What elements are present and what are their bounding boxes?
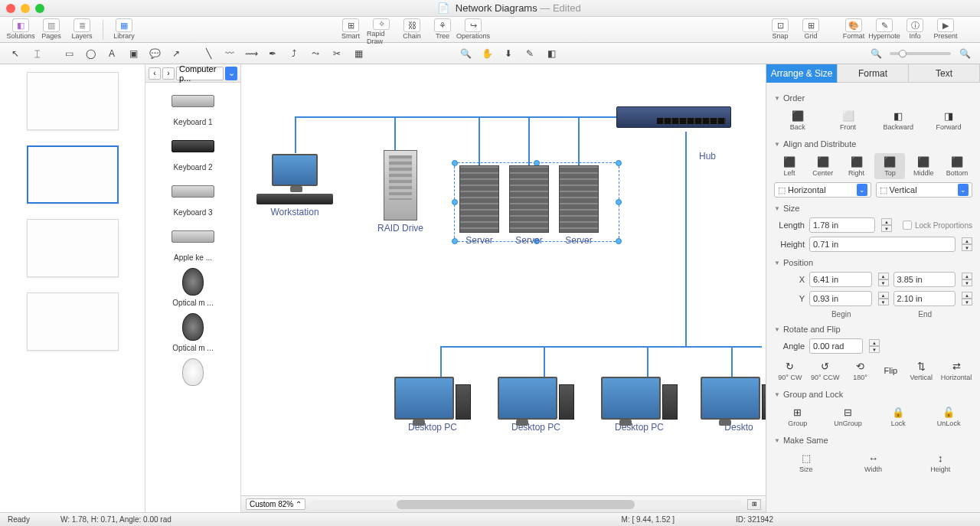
front-button[interactable]: ⬜Front	[825, 107, 872, 133]
desktop-shape-4[interactable]: Deskto	[701, 377, 766, 433]
align-center-button[interactable]: ⬛Center	[808, 153, 838, 179]
width-button[interactable]: ↔Width	[841, 449, 906, 475]
rotate-ccw-button[interactable]: ↺90° CCW	[809, 358, 841, 384]
tool-icon[interactable]: ✋	[478, 46, 496, 61]
library-back-button[interactable]: ‹	[149, 67, 161, 80]
horizontal-scrollbar[interactable]	[310, 500, 743, 509]
library-menu-button[interactable]: ⌄	[225, 67, 237, 80]
page-expand-icon[interactable]: ⊞	[747, 499, 761, 510]
server-shape-1[interactable]: Server	[459, 165, 499, 246]
align-left-button[interactable]: ⬛Left	[774, 153, 805, 179]
tool-icon[interactable]: ↗	[167, 46, 185, 61]
format-button[interactable]: 🎨Format	[839, 18, 868, 41]
desktop-shape-2[interactable]: Desktop PC	[498, 377, 574, 433]
section-align[interactable]: Align and Distribute	[774, 139, 972, 149]
section-position[interactable]: Position	[774, 258, 972, 267]
x-end-field[interactable]: 3.85 in	[893, 272, 956, 287]
page-thumbnail[interactable]	[27, 219, 119, 277]
height-button[interactable]: ↕Height	[908, 449, 972, 475]
section-group[interactable]: Group and Lock	[774, 390, 972, 399]
tool-icon[interactable]: ▭	[60, 46, 78, 61]
smart-button[interactable]: ⊞Smart	[336, 18, 365, 41]
present-button[interactable]: ▶Present	[931, 18, 960, 41]
zoom-in-icon[interactable]: 🔍	[956, 46, 974, 61]
server-shape-2[interactable]: Server	[509, 165, 549, 246]
tool-icon[interactable]: ⬇	[499, 46, 518, 61]
tool-icon[interactable]: ⟿	[242, 46, 260, 61]
section-make-same[interactable]: Make Same	[774, 436, 972, 445]
rotate-180-button[interactable]: ⟲180°	[844, 358, 877, 384]
tool-icon[interactable]: ▣	[124, 46, 142, 61]
tool-icon[interactable]: ╲	[199, 46, 217, 61]
inspector-tab-format[interactable]: Format	[838, 64, 909, 83]
inspector-tab-arrange-size[interactable]: Arrange & Size	[766, 64, 838, 83]
page-thumbnail[interactable]	[27, 72, 119, 130]
library-item[interactable]: Keyboard 1	[145, 87, 240, 126]
library-selector[interactable]: Computer p...	[176, 67, 224, 80]
ungroup-button[interactable]: ⊟UnGroup	[825, 403, 872, 430]
info-button[interactable]: ⓘInfo	[900, 18, 929, 41]
section-size[interactable]: Size	[774, 204, 972, 213]
page-thumbnail[interactable]	[27, 292, 119, 351]
backward-button[interactable]: ◧Backward	[875, 107, 923, 133]
layers-button[interactable]: ≣Layers	[67, 18, 96, 41]
tool-icon[interactable]: ⤳	[306, 46, 325, 61]
size-button[interactable]: ⬚Size	[774, 449, 838, 475]
hypernote-button[interactable]: ✎Hypernote	[870, 18, 899, 41]
workstation-shape[interactable]: Workstation	[256, 154, 333, 217]
section-order[interactable]: Order	[774, 93, 972, 103]
minimize-window-button[interactable]	[21, 4, 30, 13]
tool-icon[interactable]: ✎	[521, 46, 539, 61]
tool-icon[interactable]: ↖	[6, 46, 24, 61]
rotate-cw-button[interactable]: ↻90° CW	[774, 358, 806, 384]
flip-horizontal-button[interactable]: ⇄Horizontal	[940, 358, 972, 384]
library-button[interactable]: ▦Library	[109, 18, 139, 41]
tool-icon[interactable]: ◧	[542, 46, 560, 61]
horizontal-distribute-dropdown[interactable]: ⬚ Horizontal⌄	[774, 182, 871, 198]
operations-button[interactable]: ↪Operations	[459, 18, 488, 41]
page-thumbnail[interactable]	[27, 145, 119, 204]
solutions-button[interactable]: ◧Solutions	[6, 18, 35, 41]
snap-button[interactable]: ⊡Snap	[766, 18, 795, 41]
x-begin-field[interactable]: 6.41 in	[809, 272, 872, 287]
align-top-button[interactable]: ⬛Top	[874, 153, 905, 179]
rapid draw-button[interactable]: ✧Rapid Draw	[367, 18, 396, 41]
y-end-field[interactable]: 2.10 in	[893, 291, 956, 306]
group-button[interactable]: ⊞Group	[774, 403, 822, 430]
zoom-slider[interactable]	[890, 52, 951, 55]
tool-icon[interactable]: ▦	[349, 46, 368, 61]
desktop-shape-1[interactable]: Desktop PC	[394, 377, 471, 433]
lock-button[interactable]: 🔒Lock	[875, 403, 923, 430]
tool-icon[interactable]: 〰	[220, 46, 239, 61]
lock-proportions-checkbox[interactable]	[903, 221, 912, 230]
zoom-out-icon[interactable]: 🔍	[867, 46, 885, 61]
library-item[interactable]: Keyboard 3	[145, 178, 240, 217]
back-button[interactable]: ⬛Back	[774, 107, 822, 133]
vertical-distribute-dropdown[interactable]: ⬚ Vertical⌄	[876, 182, 973, 198]
hub-shape[interactable]	[616, 106, 731, 128]
desktop-shape-3[interactable]: Desktop PC	[601, 377, 678, 433]
pages-button[interactable]: ▥Pages	[37, 18, 66, 41]
inspector-tab-text[interactable]: Text	[909, 64, 980, 83]
drawing-canvas[interactable]: Hub Workstation RAID Drive	[241, 64, 766, 495]
library-item[interactable]	[145, 358, 240, 389]
zoom-window-button[interactable]	[35, 4, 44, 13]
forward-button[interactable]: ◨Forward	[925, 107, 972, 133]
tool-icon[interactable]: A	[103, 46, 121, 61]
library-item[interactable]: Apple ke ...	[145, 223, 240, 262]
tree-button[interactable]: ⚘Tree	[428, 18, 457, 41]
library-item[interactable]: Optical m ...	[145, 313, 240, 352]
flip-vertical-button[interactable]: ⇅Vertical	[905, 358, 937, 384]
y-begin-field[interactable]: 0.93 in	[809, 291, 872, 306]
height-field[interactable]: 0.71 in	[809, 237, 956, 252]
chain-button[interactable]: ⛓Chain	[397, 18, 426, 41]
align-right-button[interactable]: ⬛Right	[841, 153, 872, 179]
align-bottom-button[interactable]: ⬛Bottom	[942, 153, 972, 179]
grid-button[interactable]: ⊞Grid	[796, 18, 825, 41]
angle-field[interactable]: 0.00 rad	[809, 338, 863, 354]
tool-icon[interactable]: ⌶	[28, 46, 46, 61]
tool-icon[interactable]: 🔍	[456, 46, 475, 61]
height-stepper[interactable]: ▲▼	[962, 237, 972, 251]
tool-icon[interactable]: ✂	[328, 46, 346, 61]
align-middle-button[interactable]: ⬛Middle	[908, 153, 939, 179]
